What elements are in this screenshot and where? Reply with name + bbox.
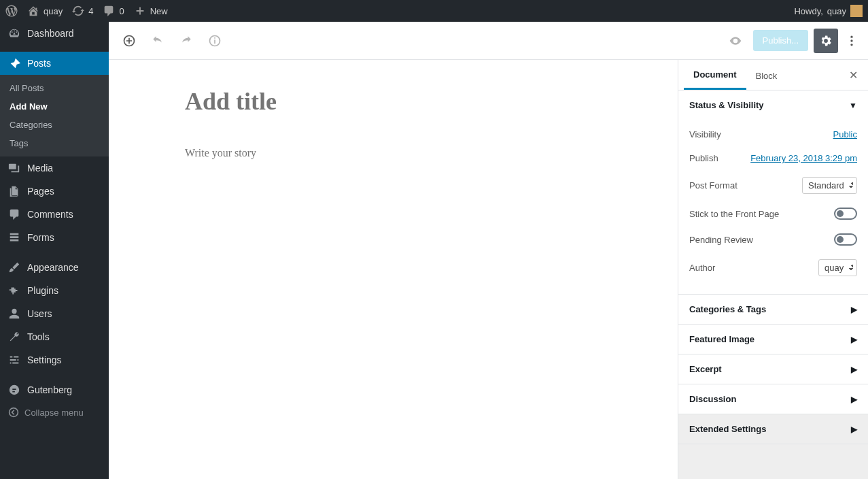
sidebar-item-appearance[interactable]: Appearance	[0, 256, 109, 279]
panel-title: Categories & Tags	[689, 304, 766, 314]
chevron-right-icon: ▶	[851, 425, 857, 434]
sidebar-label: Appearance	[27, 262, 79, 273]
preview-button[interactable]	[723, 29, 748, 53]
plus-circle-icon	[122, 34, 136, 48]
sidebar-item-plugins[interactable]: Plugins	[0, 279, 109, 302]
panel-featured-image: Featured Image ▶	[678, 325, 868, 354]
chevron-right-icon: ▶	[851, 335, 857, 344]
refresh-icon	[72, 5, 84, 17]
pending-review-label: Pending Review	[689, 235, 753, 245]
pin-icon	[8, 57, 20, 69]
submenu-all-posts[interactable]: All Posts	[0, 79, 109, 97]
chevron-right-icon: ▶	[851, 305, 857, 314]
sidebar-item-settings[interactable]: Settings	[0, 348, 109, 371]
panel-header-status[interactable]: Status & Visibility ▼	[678, 90, 868, 120]
sidebar-item-tools[interactable]: Tools	[0, 325, 109, 348]
submenu-tags[interactable]: Tags	[0, 134, 109, 152]
panel-excerpt: Excerpt ▶	[678, 354, 868, 384]
comment-icon	[8, 208, 20, 220]
howdy-user: quay	[827, 6, 846, 16]
inspector-panel: Document Block ✕ Status & Visibility ▼ V…	[678, 60, 868, 479]
submenu-categories[interactable]: Categories	[0, 116, 109, 134]
gutenberg-icon	[8, 384, 20, 396]
sidebar-item-pages[interactable]: Pages	[0, 180, 109, 203]
sidebar-item-comments[interactable]: Comments	[0, 203, 109, 226]
svg-point-6	[850, 39, 852, 42]
author-select[interactable]: quay	[818, 259, 857, 276]
info-icon	[208, 34, 222, 48]
info-button[interactable]	[203, 29, 227, 53]
brush-icon	[8, 261, 20, 274]
wp-logo[interactable]	[5, 5, 18, 17]
sidebar-label: Forms	[27, 232, 54, 243]
svg-point-7	[850, 44, 852, 46]
post-format-select[interactable]: Standard	[802, 177, 857, 194]
panel-header-extended[interactable]: Extended Settings ▶	[678, 414, 868, 444]
panel-title: Status & Visibility	[689, 100, 764, 110]
pending-review-toggle[interactable]	[834, 233, 857, 246]
panel-discussion: Discussion ▶	[678, 384, 868, 414]
panel-header-featured[interactable]: Featured Image ▶	[678, 325, 868, 354]
admin-bar: quay 4 0 New Howdy, quay	[0, 0, 868, 22]
close-inspector-button[interactable]: ✕	[844, 65, 863, 84]
panel-header-excerpt[interactable]: Excerpt ▶	[678, 354, 868, 384]
post-body-input[interactable]	[185, 147, 620, 159]
eye-icon	[729, 34, 742, 48]
avatar	[850, 5, 863, 17]
panel-header-categories[interactable]: Categories & Tags ▶	[678, 295, 868, 324]
sidebar-item-forms[interactable]: Forms	[0, 226, 109, 249]
tab-block[interactable]: Block	[746, 61, 787, 89]
visibility-label: Visibility	[689, 129, 721, 139]
svg-rect-3	[214, 39, 215, 44]
submenu-add-new[interactable]: Add New	[0, 97, 109, 116]
visibility-value[interactable]: Public	[833, 129, 857, 139]
post-title-input[interactable]	[185, 87, 620, 116]
sidebar-item-gutenberg[interactable]: Gutenberg	[0, 378, 109, 401]
new-content[interactable]: New	[134, 5, 168, 17]
media-icon	[8, 162, 20, 174]
panel-title: Featured Image	[689, 334, 754, 344]
howdy-prefix: Howdy,	[794, 6, 822, 16]
panel-extended-settings: Extended Settings ▶	[678, 414, 868, 444]
more-menu-button[interactable]	[844, 29, 860, 53]
panel-title: Extended Settings	[689, 424, 766, 434]
collapse-icon	[8, 407, 19, 418]
wordpress-icon	[5, 5, 18, 17]
site-name[interactable]: quay	[27, 5, 63, 17]
sidebar-item-users[interactable]: Users	[0, 302, 109, 325]
sliders-icon	[8, 354, 20, 366]
editor-main: Publish... Document Block ✕ Status & Vis…	[109, 22, 868, 479]
sidebar-label: Comments	[27, 209, 73, 220]
chevron-down-icon: ▼	[849, 101, 857, 110]
collapse-label: Collapse menu	[24, 408, 84, 418]
more-vertical-icon	[845, 34, 858, 48]
sidebar-label: Plugins	[27, 285, 58, 296]
updates[interactable]: 4	[72, 5, 93, 17]
howdy[interactable]: Howdy, quay	[794, 5, 863, 17]
publish-button[interactable]: Publish...	[753, 30, 808, 51]
sidebar-item-dashboard[interactable]: Dashboard	[0, 22, 109, 45]
panel-header-discussion[interactable]: Discussion ▶	[678, 384, 868, 414]
comment-icon	[103, 5, 115, 17]
sidebar-item-posts[interactable]: Posts	[0, 52, 109, 75]
sidebar-item-media[interactable]: Media	[0, 156, 109, 180]
chevron-right-icon: ▶	[851, 365, 857, 374]
collapse-menu[interactable]: Collapse menu	[0, 401, 109, 423]
pages-icon	[8, 185, 20, 197]
settings-toggle-button[interactable]	[814, 29, 838, 53]
add-block-button[interactable]	[117, 29, 141, 53]
undo-button[interactable]	[145, 29, 170, 53]
redo-button[interactable]	[174, 29, 198, 53]
publish-date-value[interactable]: February 23, 2018 3:29 pm	[750, 153, 857, 163]
admin-sidebar: Dashboard Posts All Posts Add New Catego…	[0, 22, 109, 479]
sidebar-label: Posts	[27, 58, 51, 69]
tab-document[interactable]: Document	[684, 60, 746, 90]
comments-bar[interactable]: 0	[103, 5, 124, 17]
posts-submenu: All Posts Add New Categories Tags	[0, 75, 109, 156]
sidebar-label: Media	[27, 163, 53, 174]
sidebar-label: Settings	[27, 354, 62, 365]
author-label: Author	[689, 263, 715, 273]
panel-categories-tags: Categories & Tags ▶	[678, 295, 868, 325]
stick-front-toggle[interactable]	[834, 208, 857, 220]
updates-count: 4	[88, 6, 93, 16]
